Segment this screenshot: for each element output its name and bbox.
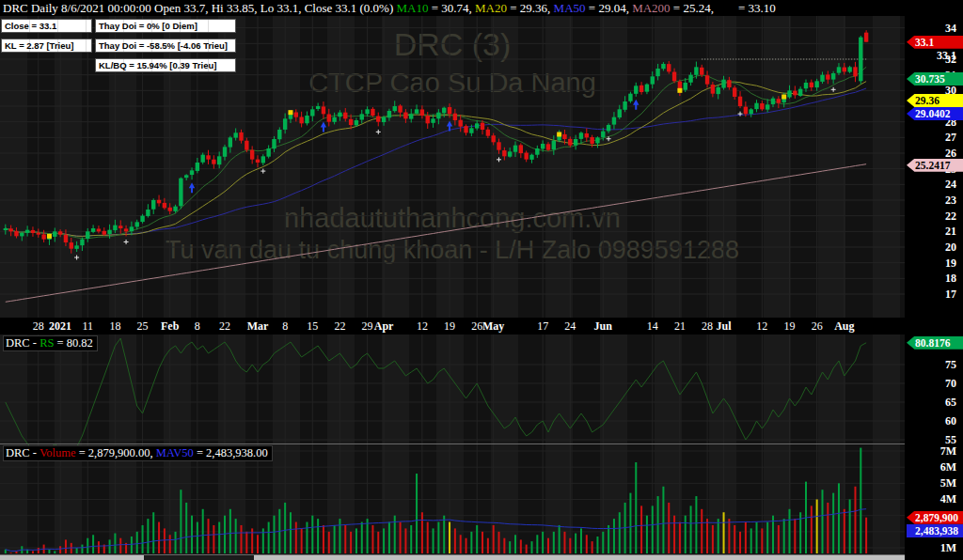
axis-value-tag: 33.1: [907, 36, 963, 49]
date-axis-tick: Feb: [161, 319, 179, 334]
title-segment: = 33.10: [714, 1, 776, 15]
date-axis-tick: 26: [812, 319, 823, 334]
axis-value-tag: 2,483,938: [907, 524, 963, 537]
date-axis-tick: 8: [282, 319, 288, 334]
gridlines: [0, 16, 905, 553]
chart-canvas[interactable]: [0, 0, 905, 560]
date-axis-tick: 12: [756, 319, 767, 334]
title-segment: DRC -: [6, 446, 39, 459]
date-axis-tick: 18: [109, 319, 120, 334]
quote-info-box: KL/BQ = 15.94% [0.39 Trieu]: [95, 58, 236, 72]
date-axis-tick: Mar: [247, 319, 269, 334]
y-axis-tick: 18: [945, 272, 956, 284]
date-axis-tick: 21: [674, 319, 686, 334]
title-segment: = 2,879,900.00,: [76, 446, 156, 459]
axis-value-tag: 2,879,900: [907, 511, 963, 524]
date-axis-tick: May: [482, 319, 504, 334]
title-segment: MA10: [397, 1, 429, 15]
axis-value-tag: 29.0402: [907, 107, 963, 120]
date-axis-tick: 24: [564, 319, 576, 334]
date-axis-tick: 22: [334, 319, 345, 334]
axis-value-tag: 25.2417: [907, 159, 963, 172]
quote-info-box: Thay Doi = 0% [0 Diem]: [95, 19, 236, 33]
title-segment: = 2,483,938.00: [194, 446, 268, 459]
date-axis-tick: 11: [82, 319, 93, 334]
volume-bar-series: [5, 448, 867, 553]
yellow-signal-marker: [781, 95, 786, 100]
title-segment: = 25.24,: [671, 1, 714, 15]
chart-title: DRC Daily 8/6/2021 00:00:00 Open 33.7, H…: [3, 0, 776, 16]
y-axis-tick: 7M: [940, 445, 956, 457]
rs-panel-title: DRC - RS = 80.82: [3, 335, 98, 351]
title-segment: MAV50: [156, 446, 194, 459]
price-axis-column[interactable]: 3534333231302928272625242322212019181775…: [905, 0, 963, 560]
y-axis-tick: 5M: [940, 477, 956, 489]
axis-value-tag: 80.8176: [907, 336, 963, 350]
y-axis-tick: 20: [945, 241, 956, 253]
date-axis-tick: 22: [219, 319, 230, 334]
y-axis-tick: 26: [945, 148, 956, 159]
title-segment: RS: [39, 336, 54, 350]
quote-info-box: KL = 2.87 [Trieu]: [1, 39, 92, 53]
title-segment: = 30.74,: [428, 1, 475, 15]
date-axis-tick: Apr: [374, 319, 394, 334]
date-axis-tick: Aug: [834, 319, 854, 334]
axis-price-label: 33.1: [937, 50, 956, 61]
panel-separator: [0, 443, 905, 444]
charting-app-window: DRC (3)CTCP Cao Su Da Nangnhadaututhanhc…: [0, 0, 963, 560]
signal-markers: [47, 87, 836, 260]
yellow-signal-marker: [47, 234, 52, 239]
date-axis-tick: 2021: [49, 319, 71, 334]
axis-value-tag: 30.735: [907, 72, 963, 86]
blue-arrow-marker: [633, 100, 639, 110]
y-axis-tick: 70: [945, 378, 956, 389]
y-axis-tick: 34: [945, 23, 956, 34]
axis-value-tag: 29.36: [907, 94, 963, 107]
date-axis-tick: 26: [471, 319, 482, 334]
y-axis-tick: 21: [945, 226, 956, 237]
yellow-signal-marker: [288, 110, 292, 115]
y-axis-tick: 6M: [940, 461, 956, 473]
date-axis-tick: 15: [307, 319, 318, 334]
quote-info-box: Thay Doi = -58.5% [-4.06 Trieu]: [95, 39, 236, 53]
y-axis-tick: 22: [945, 210, 956, 222]
date-axis-tick: 19: [784, 319, 796, 334]
date-axis-tick: Jul: [717, 319, 732, 334]
y-axis-tick: 23: [945, 194, 956, 206]
y-axis-tick: 24: [945, 179, 956, 190]
title-segment: DRC -: [6, 336, 39, 350]
title-segment: DRC Daily 8/6/2021 00:00:00 Open 33.7, H…: [3, 1, 397, 15]
date-axis-tick: 8: [195, 319, 200, 334]
y-axis-tick: 19: [945, 257, 956, 269]
date-axis-tick: 28: [702, 319, 713, 334]
y-axis-tick: 60: [945, 415, 956, 427]
horizontal-scrollbar[interactable]: [0, 555, 905, 560]
yellow-signal-marker: [677, 88, 682, 93]
title-segment: = 29.04,: [586, 1, 633, 15]
y-axis-tick: 1M: [940, 542, 956, 553]
title-segment: MA50: [554, 1, 586, 15]
y-axis-tick: 4M: [940, 493, 956, 505]
date-axis-tick: Jun: [594, 319, 612, 334]
date-axis-tick: 29: [362, 319, 373, 334]
volume-panel-title: DRC - Volume = 2,879,900.00, MAV50 = 2,4…: [3, 445, 273, 461]
y-axis-tick: 27: [945, 132, 956, 143]
quote-info-box: Close = 33.1: [1, 19, 92, 33]
title-segment: Volume: [39, 446, 76, 459]
yellow-signal-marker: [557, 132, 561, 137]
date-axis-tick: 12: [417, 319, 428, 334]
title-segment: = 29.36,: [507, 1, 554, 15]
title-segment: = 80.82: [54, 336, 92, 350]
title-segment: MA200: [632, 1, 670, 15]
rs-line-series: [6, 338, 866, 459]
y-axis-tick: 75: [945, 359, 956, 370]
blue-arrow-marker: [321, 122, 326, 132]
scrollbar-thumb[interactable]: [144, 555, 254, 560]
date-axis-tick: 17: [537, 319, 548, 334]
date-axis-tick: 25: [137, 319, 149, 334]
date-axis-tick: 19: [444, 319, 455, 334]
y-axis-tick: 17: [945, 288, 956, 300]
date-axis-tick: 28: [33, 319, 44, 334]
y-axis-tick: 65: [945, 397, 956, 408]
title-segment: MA20: [475, 1, 507, 15]
